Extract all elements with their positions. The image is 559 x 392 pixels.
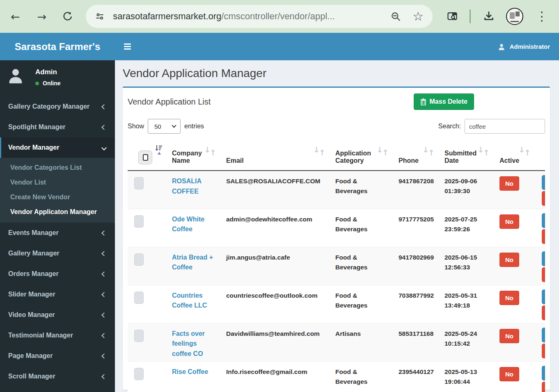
row-checkbox[interactable] xyxy=(134,292,144,304)
navbar-user[interactable]: Administrator xyxy=(497,43,550,51)
column-header-active[interactable]: Active↓↑ xyxy=(492,140,533,171)
table-container: Company Name↓↑ Email↓↑ Application Categ… xyxy=(128,140,545,392)
active-toggle-button[interactable]: No xyxy=(499,214,519,229)
company-link[interactable]: Ode White Coffee xyxy=(172,216,204,233)
active-toggle-button[interactable]: No xyxy=(499,253,519,267)
category-cell: Food & Beverages xyxy=(328,285,391,323)
search-input[interactable] xyxy=(465,119,545,134)
company-cell: Countries Coffee LLC xyxy=(165,285,219,323)
delete-button-clipped[interactable] xyxy=(542,267,545,282)
sidebar-item[interactable]: Gallery Manager xyxy=(0,243,115,264)
actions-cell xyxy=(533,361,545,392)
sidebar-subitem-label: Vendor Categories List xyxy=(10,164,82,171)
panel-header: Vendor Application List Mass Delete xyxy=(123,88,550,112)
bookmark-star-icon[interactable]: ☆ xyxy=(412,10,424,23)
company-link[interactable]: ROSALIA COFFEE xyxy=(172,178,201,195)
sort-arrows-icon[interactable]: ↓↑ xyxy=(376,145,388,154)
sidebar-subitem[interactable]: Vendor Categories List xyxy=(0,160,115,175)
reload-icon[interactable] xyxy=(62,11,73,22)
row-checkbox[interactable] xyxy=(134,253,144,266)
row-checkbox[interactable] xyxy=(134,330,144,342)
entries-label: entries xyxy=(184,123,204,130)
active-toggle-button[interactable]: No xyxy=(499,291,519,305)
mass-delete-button[interactable]: Mass Delete xyxy=(414,93,474,110)
sidebar-subitem[interactable]: Create New Vendor xyxy=(0,190,115,205)
phone-cell: 7038877992 xyxy=(391,285,437,323)
view-button-clipped[interactable] xyxy=(542,328,545,342)
date-cell: 2025-05-31 13:49:18 xyxy=(437,285,492,323)
sort-arrows-icon[interactable]: ↓↑ xyxy=(518,145,530,154)
company-link[interactable]: Atria Bread + Coffee xyxy=(172,254,213,271)
row-checkbox[interactable] xyxy=(134,215,144,228)
company-link[interactable]: Facts over feelings coffee CO xyxy=(172,330,205,358)
delete-button-clipped[interactable] xyxy=(542,229,545,244)
sidebar-item[interactable]: Scroll Manager xyxy=(0,366,115,387)
page-length-select[interactable]: 50 xyxy=(148,119,181,134)
active-toggle-button[interactable]: No xyxy=(499,176,519,191)
delete-button-clipped[interactable] xyxy=(542,344,545,358)
column-header-category[interactable]: Application Category↓↑ xyxy=(328,140,391,171)
brand-logo[interactable]: Sarasota Farmer's xyxy=(0,33,115,60)
view-button-clipped[interactable] xyxy=(542,289,545,304)
sort-arrows-icon[interactable]: ↓↑ xyxy=(477,145,489,154)
company-link[interactable]: Rise Coffee xyxy=(172,368,208,375)
kebab-menu-icon[interactable]: ⋮ xyxy=(536,10,548,23)
view-button-clipped[interactable] xyxy=(542,213,545,228)
sidebar-item[interactable]: Gallery Category Manager xyxy=(0,96,115,117)
select-all-checkbox[interactable] xyxy=(138,150,152,164)
download-icon[interactable] xyxy=(483,11,495,22)
chevron-left-icon xyxy=(101,251,107,256)
sidebar-item[interactable]: Vendor Manager xyxy=(0,137,115,158)
sidebar-subitem[interactable]: Vendor List xyxy=(0,175,115,190)
address-bar[interactable]: sarasotafarmersmarket.org/cmscontroller/… xyxy=(86,5,433,28)
site-controls-icon[interactable] xyxy=(95,11,105,21)
sidebar: Sarasota Farmer's Admin Online Gallery C… xyxy=(0,33,115,392)
zoom-out-icon[interactable] xyxy=(390,11,401,22)
delete-button-clipped[interactable] xyxy=(542,382,545,392)
chevron-down-icon xyxy=(172,123,176,128)
delete-button-clipped[interactable] xyxy=(542,305,545,320)
delete-button-clipped[interactable] xyxy=(542,191,545,206)
view-button-clipped[interactable] xyxy=(542,175,545,190)
active-toggle-button[interactable]: No xyxy=(499,367,519,381)
sidebar-item[interactable]: Spotlight Manager xyxy=(0,117,115,137)
sidebar-item-label: Vendor Manager xyxy=(8,144,59,151)
column-header-phone[interactable]: Phone↓↑ xyxy=(391,140,437,171)
sidebar-item[interactable]: Orders Manager xyxy=(0,264,115,284)
sort-arrows-icon[interactable]: ↓↑ xyxy=(313,145,325,154)
column-header-email[interactable]: Email↓↑ xyxy=(219,140,328,171)
sidebar-subitem-label: Vendor Applicaton Manager xyxy=(10,208,97,215)
sidebar-item[interactable]: Page Manager xyxy=(0,346,115,366)
forward-icon[interactable]: → xyxy=(37,11,47,22)
admin-app: Sarasota Farmer's Admin Online Gallery C… xyxy=(0,33,559,392)
hamburger-icon[interactable] xyxy=(124,42,131,51)
phone-cell: 9717775205 xyxy=(391,209,437,247)
row-checkbox[interactable] xyxy=(134,368,144,380)
sidebar-item[interactable]: Slider Manager xyxy=(0,284,115,305)
active-toggle-button[interactable]: No xyxy=(499,329,519,343)
actions-cell xyxy=(533,171,545,209)
company-link[interactable]: Countries Coffee LLC xyxy=(172,292,207,309)
back-icon[interactable]: ← xyxy=(11,11,20,22)
chevron-left-icon xyxy=(101,125,107,130)
column-header-company[interactable]: Company Name↓↑ xyxy=(165,140,219,171)
sidebar-item[interactable]: Events Manager xyxy=(0,223,115,243)
profile-avatar[interactable] xyxy=(506,8,523,25)
select-all-header[interactable] xyxy=(128,140,165,171)
column-header-submitted[interactable]: Submitted Date↓↑ xyxy=(437,140,492,171)
active-sort-icon[interactable] xyxy=(155,144,163,157)
sort-arrows-icon[interactable]: ↓↑ xyxy=(204,145,215,154)
tab-search-icon[interactable] xyxy=(447,11,458,22)
category-cell: Food & Beverages xyxy=(328,361,391,392)
chevron-left-icon xyxy=(101,333,107,338)
content-area: Vendor Application Manager Vendor Applic… xyxy=(115,60,559,392)
category-cell: Artisans xyxy=(328,323,391,361)
view-button-clipped[interactable] xyxy=(542,366,545,381)
sidebar-subitem[interactable]: Vendor Applicaton Manager xyxy=(0,205,115,219)
sidebar-item[interactable]: Video Manager xyxy=(0,305,115,325)
view-button-clipped[interactable] xyxy=(542,251,545,266)
panel-title: Vendor Application List xyxy=(128,97,211,107)
row-checkbox[interactable] xyxy=(134,177,144,189)
sort-arrows-icon[interactable]: ↓↑ xyxy=(422,145,434,154)
sidebar-item[interactable]: Testimonial Manager xyxy=(0,325,115,346)
